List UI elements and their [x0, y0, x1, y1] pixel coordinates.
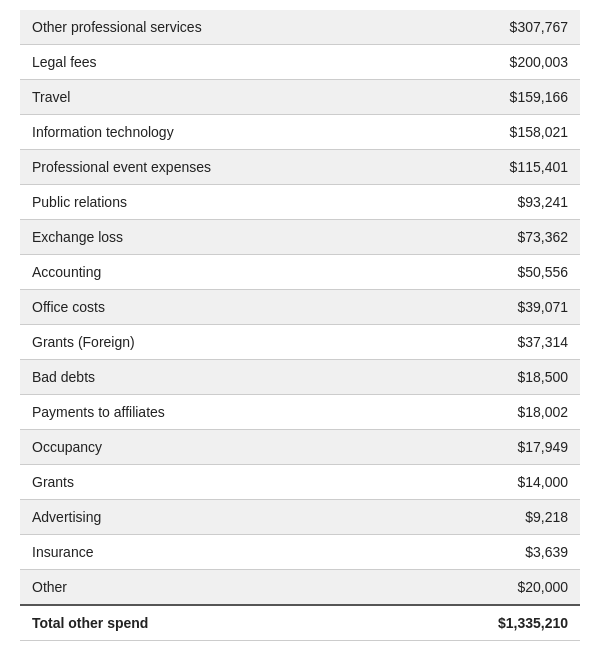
table-row: Bad debts$18,500 [20, 360, 580, 395]
table-row: Other$20,000 [20, 570, 580, 606]
row-label: Office costs [20, 290, 403, 325]
table-row: Office costs$39,071 [20, 290, 580, 325]
row-value: $20,000 [403, 570, 580, 606]
row-label: Advertising [20, 500, 403, 535]
row-label: Bad debts [20, 360, 403, 395]
table-row: Professional event expenses$115,401 [20, 150, 580, 185]
row-value: $159,166 [403, 80, 580, 115]
row-label: Occupancy [20, 430, 403, 465]
row-label: Grants [20, 465, 403, 500]
row-value: $73,362 [403, 220, 580, 255]
row-value: $18,002 [403, 395, 580, 430]
row-label: Information technology [20, 115, 403, 150]
table-row: Public relations$93,241 [20, 185, 580, 220]
table-row: Information technology$158,021 [20, 115, 580, 150]
table-row: Occupancy$17,949 [20, 430, 580, 465]
table-row: Exchange loss$73,362 [20, 220, 580, 255]
row-label: Travel [20, 80, 403, 115]
row-label: Payments to affiliates [20, 395, 403, 430]
row-value: $3,639 [403, 535, 580, 570]
table-row: Grants$14,000 [20, 465, 580, 500]
table-row: Accounting$50,556 [20, 255, 580, 290]
row-value: $93,241 [403, 185, 580, 220]
expense-table-container: Other professional services$307,767Legal… [20, 10, 580, 641]
table-row: Payments to affiliates$18,002 [20, 395, 580, 430]
expense-table: Other professional services$307,767Legal… [20, 10, 580, 641]
row-value: $307,767 [403, 10, 580, 45]
table-row: Travel$159,166 [20, 80, 580, 115]
table-row: Other professional services$307,767 [20, 10, 580, 45]
row-label: Grants (Foreign) [20, 325, 403, 360]
row-value: $37,314 [403, 325, 580, 360]
total-label: Total other spend [20, 605, 403, 641]
table-row: Advertising$9,218 [20, 500, 580, 535]
total-row: Total other spend$1,335,210 [20, 605, 580, 641]
row-label: Exchange loss [20, 220, 403, 255]
row-value: $200,003 [403, 45, 580, 80]
row-label: Legal fees [20, 45, 403, 80]
row-value: $17,949 [403, 430, 580, 465]
row-value: $115,401 [403, 150, 580, 185]
row-label: Insurance [20, 535, 403, 570]
row-value: $39,071 [403, 290, 580, 325]
row-label: Other [20, 570, 403, 606]
table-row: Legal fees$200,003 [20, 45, 580, 80]
table-row: Grants (Foreign)$37,314 [20, 325, 580, 360]
row-label: Accounting [20, 255, 403, 290]
row-label: Public relations [20, 185, 403, 220]
row-value: $50,556 [403, 255, 580, 290]
row-value: $14,000 [403, 465, 580, 500]
row-value: $9,218 [403, 500, 580, 535]
row-value: $18,500 [403, 360, 580, 395]
row-label: Professional event expenses [20, 150, 403, 185]
total-value: $1,335,210 [403, 605, 580, 641]
row-label: Other professional services [20, 10, 403, 45]
table-row: Insurance$3,639 [20, 535, 580, 570]
row-value: $158,021 [403, 115, 580, 150]
